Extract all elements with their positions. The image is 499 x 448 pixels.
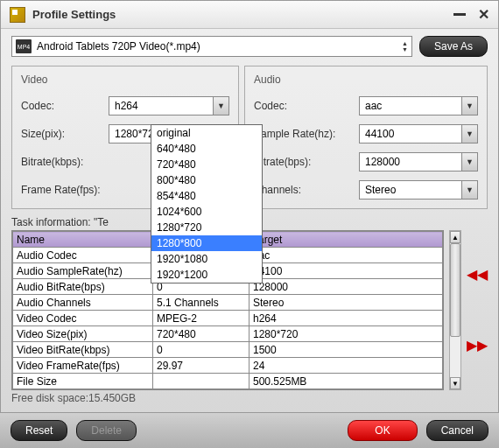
cancel-button[interactable]: Cancel [426,420,488,441]
window-title: Profile Settings [32,8,453,21]
table-cell: 44100 [249,263,443,279]
table-cell: Video FrameRate(fps) [13,358,153,374]
size-option[interactable]: 1920*1080 [151,251,262,267]
video-size-dropdown[interactable]: original640*480720*480800*480854*4801024… [151,124,263,284]
next-icon[interactable]: ▶▶ [467,340,488,351]
reset-button[interactable]: Reset [11,420,67,441]
table-cell: Audio BitRate(bps) [13,279,153,295]
audio-codec-combo[interactable]: aac ▼ [359,96,478,116]
size-option[interactable]: 1920*1200 [151,267,262,283]
video-panel: Video Codec: h264 ▼ Size(pix): 1280*720 … [11,66,239,209]
table-cell: Audio Channels [13,295,153,311]
mp4-icon: MP4 [16,39,32,53]
table-cell: 500.525MB [249,374,443,389]
table-row[interactable]: Video BitRate(kbps)01500 [13,342,443,358]
scroll-up-icon[interactable]: ▲ [450,231,460,243]
close-icon[interactable]: ✕ [478,6,489,23]
size-option[interactable]: 1024*600 [151,204,262,220]
video-codec-value: h264 [109,100,213,112]
table-cell: h264 [249,311,443,326]
save-as-button[interactable]: Save As [419,36,488,57]
ok-button[interactable]: OK [348,420,417,441]
table-cell: 24 [249,358,443,374]
profile-value: Android Tablets 720P Video(*.mp4) [37,40,200,52]
audio-panel: Audio Codec: aac ▼ Sample Rate(hz): 4410… [244,66,488,209]
free-disk-label: Free disk space:15.450GB [11,392,488,404]
audio-channels-label: Channels: [254,184,359,196]
audio-samplerate-value: 44100 [360,128,461,140]
table-cell: 0 [153,342,249,358]
table-cell: Video Codec [13,311,153,326]
header-name[interactable]: Name [13,232,153,248]
table-cell: 128000 [249,279,443,295]
audio-samplerate-label: Sample Rate(hz): [254,128,359,140]
table-cell: Video BitRate(kbps) [13,342,153,358]
chevron-down-icon[interactable]: ▼ [461,181,477,199]
minimize-icon[interactable] [453,13,466,16]
table-cell: MPEG-2 [153,311,249,326]
size-option[interactable]: 854*480 [151,188,262,204]
profile-select[interactable]: MP4 Android Tablets 720P Video(*.mp4) ▲▼ [11,36,412,57]
video-size-label: Size(pix): [21,128,109,140]
video-framerate-label: Frame Rate(fps): [21,184,109,196]
table-cell: 5.1 Channels [153,295,249,311]
size-option[interactable]: 1280*720 [151,220,262,235]
chevron-down-icon[interactable]: ▼ [461,97,477,115]
size-option[interactable]: 800*480 [151,172,262,188]
spinner-arrows-icon[interactable]: ▲▼ [402,40,408,52]
table-row[interactable]: Audio Channels5.1 ChannelsStereo [13,295,443,311]
table-cell: 29.97 [153,358,249,374]
table-cell: Audio SampleRate(hz) [13,263,153,279]
nav-arrows: ◀◀ ▶▶ [467,230,488,390]
audio-samplerate-combo[interactable]: 44100 ▼ [359,124,478,144]
video-codec-combo[interactable]: h264 ▼ [109,96,229,116]
title-bar: Profile Settings ✕ [1,1,498,29]
table-row[interactable]: File Size500.525MB [13,374,443,389]
chevron-down-icon[interactable]: ▼ [461,125,477,143]
app-icon [10,7,25,23]
audio-bitrate-value: 128000 [360,156,461,168]
bottom-bar: Reset Delete OK Cancel [0,412,499,448]
chevron-down-icon[interactable]: ▼ [213,97,228,115]
table-cell [153,374,249,389]
prev-icon[interactable]: ◀◀ [467,270,488,280]
table-cell: 720*480 [153,326,249,342]
audio-bitrate-label: Bitrate(bps): [254,156,359,168]
table-cell: aac [249,248,443,263]
delete-button[interactable]: Delete [76,420,137,441]
size-option[interactable]: 1280*800 [151,235,262,251]
audio-codec-value: aac [360,100,461,112]
table-cell: Video Size(pix) [13,326,153,342]
chevron-down-icon[interactable]: ▼ [461,153,477,171]
video-bitrate-label: Bitrate(kbps): [21,156,109,168]
audio-codec-label: Codec: [254,100,359,112]
video-legend: Video [21,74,229,86]
table-cell: 1500 [249,342,443,358]
size-option[interactable]: 720*480 [151,157,262,172]
table-cell: Stereo [249,295,443,311]
table-cell: 1280*720 [249,326,443,342]
header-target[interactable]: Target [249,232,443,248]
size-option[interactable]: 640*480 [151,141,262,157]
audio-bitrate-combo[interactable]: 128000 ▼ [359,152,478,172]
audio-legend: Audio [254,74,478,86]
table-row[interactable]: Video CodecMPEG-2h264 [13,311,443,326]
size-option[interactable]: original [151,125,262,141]
audio-channels-combo[interactable]: Stereo ▼ [359,180,478,200]
scroll-thumb[interactable] [450,243,460,337]
table-cell: File Size [13,374,153,389]
scroll-track[interactable] [450,243,460,377]
audio-channels-value: Stereo [360,184,461,196]
vertical-scrollbar[interactable]: ▲ ▼ [449,230,461,390]
table-row[interactable]: Video Size(pix)720*4801280*720 [13,326,443,342]
window-controls: ✕ [453,6,489,23]
table-cell: Audio Codec [13,248,153,263]
video-codec-label: Codec: [21,100,109,112]
table-row[interactable]: Video FrameRate(fps)29.9724 [13,358,443,374]
scroll-down-icon[interactable]: ▼ [450,377,460,389]
